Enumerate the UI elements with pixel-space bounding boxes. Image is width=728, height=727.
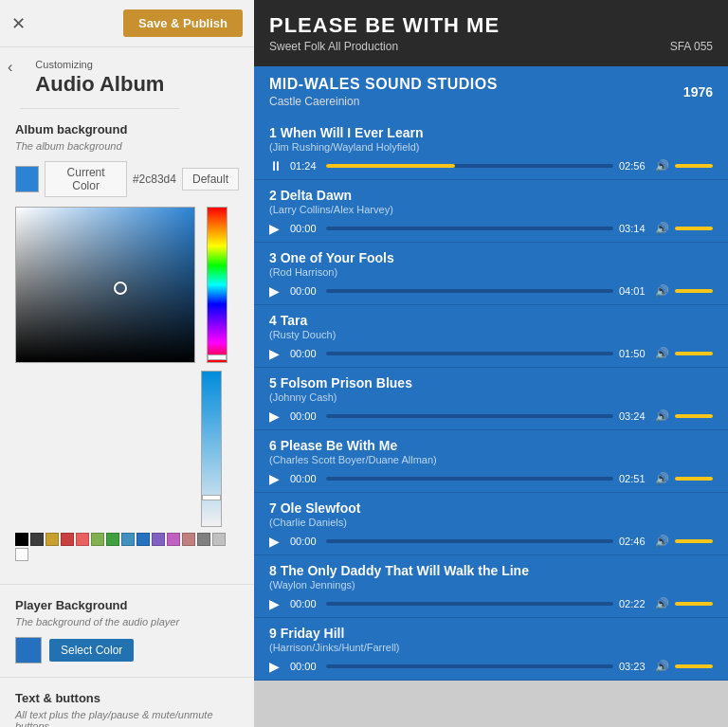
- top-bar: ✕ Save & Publish: [0, 0, 254, 47]
- progress-bar[interactable]: [326, 227, 613, 230]
- swatch-rose[interactable]: [182, 533, 195, 546]
- progress-bar[interactable]: [326, 164, 613, 168]
- opacity-bar[interactable]: [201, 371, 222, 527]
- play-button[interactable]: ⏸: [269, 158, 284, 173]
- track-item: 6 Please Be With Me (Charles Scott Boyer…: [254, 430, 728, 493]
- play-button[interactable]: ▶: [269, 659, 284, 674]
- current-time: 00:00: [290, 410, 320, 422]
- swatch-silver[interactable]: [212, 533, 226, 546]
- volume-bar[interactable]: [675, 289, 713, 293]
- duration: 02:22: [619, 598, 649, 609]
- track-item: 9 Friday Hill (Harrison/Jinks/Hunt/Farre…: [254, 618, 728, 681]
- swatch-gray[interactable]: [197, 533, 210, 546]
- studio-name: MID-WALES SOUND STUDIOS: [269, 76, 498, 93]
- track-title: 6 Please Be With Me: [269, 438, 713, 453]
- play-button[interactable]: ▶: [269, 346, 284, 361]
- player-row: ▶ 00:00 03:24 🔊: [269, 409, 713, 424]
- volume-icon[interactable]: 🔊: [655, 284, 669, 298]
- current-color-row: Current Color #2c83d4 Default: [15, 161, 239, 197]
- swatch-gold[interactable]: [46, 533, 59, 546]
- volume-icon[interactable]: 🔊: [655, 159, 669, 173]
- swatch-darkgray[interactable]: [30, 533, 44, 546]
- studio-location: Castle Caereinion: [269, 95, 498, 108]
- progress-bar[interactable]: [326, 414, 613, 418]
- save-publish-button[interactable]: Save & Publish: [123, 9, 243, 37]
- volume-bar[interactable]: [675, 352, 713, 355]
- hue-slider[interactable]: [208, 354, 227, 360]
- volume-bar[interactable]: [675, 664, 713, 668]
- hue-bar[interactable]: [207, 207, 228, 363]
- volume-icon[interactable]: 🔊: [655, 597, 669, 610]
- volume-bar[interactable]: [675, 164, 713, 168]
- progress-bar[interactable]: [326, 352, 613, 355]
- swatch-lightgreen[interactable]: [91, 533, 104, 546]
- progress-fill: [326, 164, 455, 168]
- player-row: ▶ 00:00 01:50 🔊: [269, 346, 713, 361]
- black-overlay: [16, 208, 194, 362]
- volume-icon[interactable]: 🔊: [655, 535, 669, 548]
- current-color-swatch: [15, 166, 39, 192]
- track-subtitle: (Larry Collins/Alex Harvey): [269, 204, 713, 215]
- track-item: 3 One of Your Fools (Rod Harrison) ▶ 00:…: [254, 243, 728, 305]
- progress-bar[interactable]: [326, 602, 613, 606]
- volume-icon[interactable]: 🔊: [655, 347, 669, 360]
- duration: 02:51: [619, 473, 649, 484]
- swatch-red[interactable]: [61, 533, 74, 546]
- play-button[interactable]: ▶: [269, 596, 284, 611]
- swatch-white[interactable]: [15, 548, 28, 561]
- player-row: ▶ 00:00 02:51 🔊: [269, 471, 713, 486]
- play-button[interactable]: ▶: [269, 534, 284, 549]
- tracks-container: 1 When Will I Ever Learn (Jim Rushing/Wa…: [254, 118, 728, 681]
- studio-section: MID-WALES SOUND STUDIOS Castle Caereinio…: [254, 66, 728, 118]
- swatch-lightred[interactable]: [76, 533, 89, 546]
- swatch-green[interactable]: [106, 533, 119, 546]
- player-row: ▶ 00:00 02:46 🔊: [269, 534, 713, 549]
- left-panel: ✕ Save & Publish ‹ Customizing Audio Alb…: [0, 0, 254, 727]
- opacity-slider[interactable]: [202, 495, 221, 500]
- track-subtitle: (Jim Rushing/Wayland Holyfield): [269, 141, 713, 153]
- volume-icon[interactable]: 🔊: [655, 472, 669, 485]
- gradient-container[interactable]: [15, 207, 195, 363]
- current-time: 00:00: [290, 223, 320, 234]
- swatch-lightblue[interactable]: [121, 533, 135, 546]
- volume-icon[interactable]: 🔊: [655, 409, 669, 423]
- album-title: PLEASE BE WITH ME: [269, 13, 713, 38]
- swatch-pink[interactable]: [167, 533, 180, 546]
- text-buttons-section: Text & buttons All text plus the play/pa…: [0, 678, 254, 727]
- side-bars: [201, 207, 228, 527]
- progress-bar[interactable]: [326, 289, 613, 293]
- play-button[interactable]: ▶: [269, 283, 284, 299]
- track-title: 7 Ole Slewfoot: [269, 500, 713, 516]
- picker-circle[interactable]: [114, 282, 127, 295]
- volume-bar[interactable]: [675, 227, 713, 230]
- player-bg-desc: The background of the audio player: [15, 616, 239, 627]
- player-bg-select-color-button[interactable]: Select Color: [49, 639, 134, 662]
- volume-bar[interactable]: [675, 602, 713, 606]
- close-button[interactable]: ✕: [11, 13, 26, 34]
- track-item: 8 The Only Daddy That Will Walk the Line…: [254, 555, 728, 618]
- back-button[interactable]: ‹: [0, 47, 20, 78]
- progress-bar[interactable]: [326, 539, 613, 543]
- progress-bar[interactable]: [326, 477, 613, 481]
- color-gradient[interactable]: [15, 207, 195, 363]
- volume-bar[interactable]: [675, 414, 713, 418]
- track-title: 3 One of Your Fools: [269, 250, 713, 265]
- volume-bar[interactable]: [675, 477, 713, 481]
- play-button[interactable]: ▶: [269, 409, 284, 424]
- volume-bar[interactable]: [675, 539, 713, 543]
- volume-icon[interactable]: 🔊: [655, 660, 669, 673]
- play-button[interactable]: ▶: [269, 471, 284, 486]
- swatch-purple[interactable]: [152, 533, 165, 546]
- track-subtitle: (Waylon Jennings): [269, 579, 713, 591]
- duration: 03:14: [619, 223, 649, 234]
- album-sub-row: Sweet Folk All Production SFA 055: [269, 40, 713, 53]
- default-button[interactable]: Default: [182, 168, 239, 191]
- progress-bar[interactable]: [326, 664, 613, 668]
- track-subtitle: (Johnny Cash): [269, 391, 713, 403]
- swatch-black[interactable]: [15, 533, 28, 546]
- play-button[interactable]: ▶: [269, 221, 284, 236]
- current-color-button[interactable]: Current Color: [45, 161, 127, 197]
- volume-icon[interactable]: 🔊: [655, 222, 669, 235]
- track-title: 5 Folsom Prison Blues: [269, 375, 713, 391]
- swatch-blue[interactable]: [136, 533, 150, 546]
